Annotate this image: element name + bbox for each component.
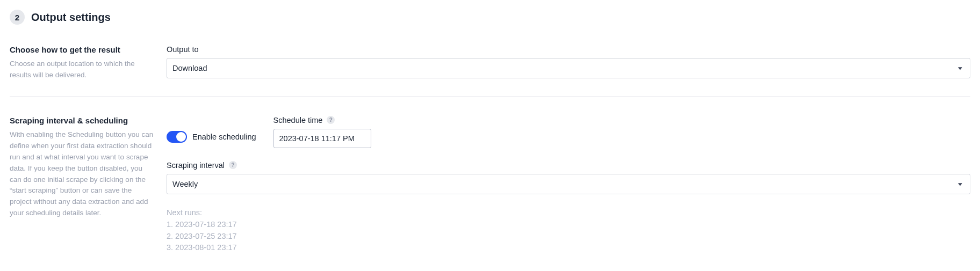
schedule-time-input[interactable] [273, 129, 371, 148]
output-to-label: Output to [167, 45, 970, 54]
output-left-desc: Choose an output location to which the r… [10, 58, 154, 81]
scraping-interval-block: Scraping interval ? Weekly [167, 161, 970, 194]
output-to-selected-value: Download [172, 64, 207, 72]
scraping-interval-selected-value: Weekly [172, 180, 198, 188]
next-runs-label: Next runs: [167, 208, 970, 217]
enable-scheduling-toggle[interactable] [167, 131, 187, 143]
enable-scheduling-label: Enable scheduling [192, 133, 256, 141]
scraping-interval-select[interactable]: Weekly [167, 174, 970, 194]
output-section: Choose how to get the result Choose an o… [10, 45, 970, 97]
scheduling-section-fields: Enable scheduling Schedule time ? Scrapi… [167, 116, 970, 254]
step-header: 2 Output settings [10, 10, 970, 25]
scheduling-left-desc: With enabling the Scheduling button you … [10, 129, 154, 219]
scheduling-section-description: Scraping interval & scheduling With enab… [10, 116, 167, 254]
scraping-interval-label-text: Scraping interval [167, 161, 225, 170]
scheduling-left-title: Scraping interval & scheduling [10, 116, 154, 125]
output-section-fields: Output to Download [167, 45, 970, 81]
toggle-knob [176, 132, 186, 142]
scheduling-section: Scraping interval & scheduling With enab… [10, 116, 970, 269]
next-runs-list: 1. 2023-07-18 23:17 2. 2023-07-25 23:17 … [167, 219, 970, 254]
schedule-time-label-text: Schedule time [273, 116, 323, 124]
output-section-description: Choose how to get the result Choose an o… [10, 45, 167, 81]
help-icon[interactable]: ? [327, 116, 335, 124]
schedule-time-block: Schedule time ? [273, 116, 371, 148]
enable-scheduling-toggle-wrap: Enable scheduling [167, 121, 256, 143]
next-runs-block: Next runs: 1. 2023-07-18 23:17 2. 2023-0… [167, 208, 970, 254]
output-to-select[interactable]: Download [167, 58, 970, 78]
output-left-title: Choose how to get the result [10, 45, 154, 54]
scheduling-top-row: Enable scheduling Schedule time ? [167, 116, 970, 148]
next-run-item: 2. 2023-07-25 23:17 [167, 231, 970, 243]
schedule-time-label: Schedule time ? [273, 116, 371, 124]
next-run-item: 3. 2023-08-01 23:17 [167, 242, 970, 254]
help-icon[interactable]: ? [229, 161, 237, 169]
step-number-badge: 2 [10, 10, 25, 25]
scraping-interval-label: Scraping interval ? [167, 161, 970, 170]
next-run-item: 1. 2023-07-18 23:17 [167, 219, 970, 231]
step-title: Output settings [31, 11, 111, 24]
